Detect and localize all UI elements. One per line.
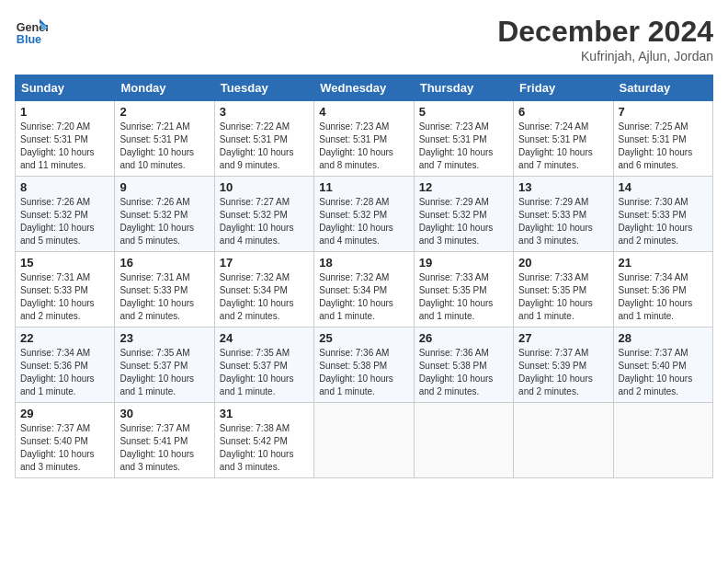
day-number: 2 [119,105,209,119]
calendar-cell: 18Sunrise: 7:32 AMSunset: 5:34 PMDayligh… [314,252,414,327]
calendar-cell: 2Sunrise: 7:21 AMSunset: 5:31 PMDaylight… [115,101,214,177]
weekday-header-friday: Friday [514,75,613,101]
day-info: Sunrise: 7:22 AMSunset: 5:31 PMDaylight:… [220,121,309,172]
day-number: 10 [220,180,309,194]
day-number: 7 [619,105,708,119]
calendar-cell: 19Sunrise: 7:33 AMSunset: 5:35 PMDayligh… [414,252,513,327]
day-number: 13 [518,180,608,194]
day-number: 11 [319,180,408,194]
day-number: 18 [319,256,408,270]
calendar-cell: 23Sunrise: 7:35 AMSunset: 5:37 PMDayligh… [115,327,214,403]
day-number: 19 [419,256,508,270]
day-number: 24 [220,331,309,345]
day-info: Sunrise: 7:37 AMSunset: 5:40 PMDaylight:… [619,347,708,398]
calendar-cell: 26Sunrise: 7:36 AMSunset: 5:38 PMDayligh… [414,327,513,403]
day-info: Sunrise: 7:34 AMSunset: 5:36 PMDaylight:… [20,347,109,398]
day-number: 5 [419,105,508,119]
calendar-cell: 30Sunrise: 7:37 AMSunset: 5:41 PMDayligh… [115,403,214,478]
calendar-cell: 14Sunrise: 7:30 AMSunset: 5:33 PMDayligh… [613,177,712,252]
calendar-cell [414,403,513,478]
calendar-cell: 3Sunrise: 7:22 AMSunset: 5:31 PMDaylight… [214,101,313,177]
title-block: December 2024 Kufrinjah, Ajlun, Jordan [497,15,713,63]
day-number: 4 [319,105,408,119]
calendar-cell: 31Sunrise: 7:38 AMSunset: 5:42 PMDayligh… [214,403,313,478]
day-info: Sunrise: 7:31 AMSunset: 5:33 PMDaylight:… [119,271,209,323]
calendar-cell: 11Sunrise: 7:28 AMSunset: 5:32 PMDayligh… [314,177,414,252]
weekday-header-tuesday: Tuesday [214,75,313,101]
day-number: 3 [220,105,309,119]
calendar-cell: 10Sunrise: 7:27 AMSunset: 5:32 PMDayligh… [214,177,313,252]
day-number: 27 [518,331,608,345]
day-info: Sunrise: 7:26 AMSunset: 5:32 PMDaylight:… [119,196,209,247]
calendar-table: SundayMondayTuesdayWednesdayThursdayFrid… [15,75,713,478]
page-header: General Blue December 2024 Kufrinjah, Aj… [15,15,713,63]
day-info: Sunrise: 7:23 AMSunset: 5:31 PMDaylight:… [419,121,508,172]
calendar-cell: 12Sunrise: 7:29 AMSunset: 5:32 PMDayligh… [414,177,513,252]
day-number: 26 [419,331,508,345]
day-info: Sunrise: 7:37 AMSunset: 5:41 PMDaylight:… [119,422,209,474]
calendar-cell: 6Sunrise: 7:24 AMSunset: 5:31 PMDaylight… [514,101,613,177]
day-info: Sunrise: 7:32 AMSunset: 5:34 PMDaylight:… [319,271,408,323]
day-number: 23 [119,331,209,345]
calendar-cell: 15Sunrise: 7:31 AMSunset: 5:33 PMDayligh… [16,252,115,327]
logo: General Blue [15,15,51,48]
calendar-cell: 8Sunrise: 7:26 AMSunset: 5:32 PMDaylight… [16,177,115,252]
svg-text:Blue: Blue [17,33,41,46]
month-title: December 2024 [497,15,713,49]
day-number: 6 [518,105,608,119]
calendar-cell: 1Sunrise: 7:20 AMSunset: 5:31 PMDaylight… [16,101,115,177]
day-info: Sunrise: 7:38 AMSunset: 5:42 PMDaylight:… [220,422,309,474]
day-info: Sunrise: 7:34 AMSunset: 5:36 PMDaylight:… [619,271,708,323]
day-info: Sunrise: 7:33 AMSunset: 5:35 PMDaylight:… [419,271,508,323]
calendar-cell: 21Sunrise: 7:34 AMSunset: 5:36 PMDayligh… [613,252,712,327]
day-info: Sunrise: 7:20 AMSunset: 5:31 PMDaylight:… [20,121,109,172]
calendar-cell: 22Sunrise: 7:34 AMSunset: 5:36 PMDayligh… [16,327,115,403]
day-info: Sunrise: 7:29 AMSunset: 5:33 PMDaylight:… [518,196,608,247]
day-info: Sunrise: 7:35 AMSunset: 5:37 PMDaylight:… [220,347,309,398]
calendar-cell [514,403,613,478]
day-number: 16 [119,256,209,270]
calendar-cell [314,403,414,478]
day-info: Sunrise: 7:25 AMSunset: 5:31 PMDaylight:… [619,121,708,172]
day-info: Sunrise: 7:29 AMSunset: 5:32 PMDaylight:… [419,196,508,247]
day-number: 17 [220,256,309,270]
weekday-header-thursday: Thursday [414,75,513,101]
day-info: Sunrise: 7:28 AMSunset: 5:32 PMDaylight:… [319,196,408,247]
logo-icon: General Blue [15,15,48,48]
calendar-cell: 13Sunrise: 7:29 AMSunset: 5:33 PMDayligh… [514,177,613,252]
calendar-cell: 24Sunrise: 7:35 AMSunset: 5:37 PMDayligh… [214,327,313,403]
day-info: Sunrise: 7:33 AMSunset: 5:35 PMDaylight:… [518,271,608,323]
weekday-header-monday: Monday [115,75,214,101]
day-info: Sunrise: 7:26 AMSunset: 5:32 PMDaylight:… [20,196,109,247]
calendar-cell: 28Sunrise: 7:37 AMSunset: 5:40 PMDayligh… [613,327,712,403]
day-info: Sunrise: 7:37 AMSunset: 5:39 PMDaylight:… [518,347,608,398]
day-info: Sunrise: 7:31 AMSunset: 5:33 PMDaylight:… [20,271,109,323]
calendar-cell: 17Sunrise: 7:32 AMSunset: 5:34 PMDayligh… [214,252,313,327]
location: Kufrinjah, Ajlun, Jordan [497,49,713,63]
calendar-cell: 29Sunrise: 7:37 AMSunset: 5:40 PMDayligh… [16,403,115,478]
day-info: Sunrise: 7:23 AMSunset: 5:31 PMDaylight:… [319,121,408,172]
calendar-cell [613,403,712,478]
calendar-cell: 16Sunrise: 7:31 AMSunset: 5:33 PMDayligh… [115,252,214,327]
day-number: 8 [20,180,109,194]
day-info: Sunrise: 7:24 AMSunset: 5:31 PMDaylight:… [518,121,608,172]
calendar-cell: 5Sunrise: 7:23 AMSunset: 5:31 PMDaylight… [414,101,513,177]
day-info: Sunrise: 7:36 AMSunset: 5:38 PMDaylight:… [319,347,408,398]
day-info: Sunrise: 7:32 AMSunset: 5:34 PMDaylight:… [220,271,309,323]
day-info: Sunrise: 7:30 AMSunset: 5:33 PMDaylight:… [619,196,708,247]
day-info: Sunrise: 7:35 AMSunset: 5:37 PMDaylight:… [119,347,209,398]
day-info: Sunrise: 7:37 AMSunset: 5:40 PMDaylight:… [20,422,109,474]
calendar-cell: 27Sunrise: 7:37 AMSunset: 5:39 PMDayligh… [514,327,613,403]
calendar-cell: 9Sunrise: 7:26 AMSunset: 5:32 PMDaylight… [115,177,214,252]
day-number: 31 [220,407,309,420]
day-info: Sunrise: 7:27 AMSunset: 5:32 PMDaylight:… [220,196,309,247]
day-number: 28 [619,331,708,345]
weekday-header-saturday: Saturday [613,75,712,101]
day-number: 25 [319,331,408,345]
day-number: 20 [518,256,608,270]
day-number: 9 [119,180,209,194]
weekday-header-wednesday: Wednesday [314,75,414,101]
day-info: Sunrise: 7:36 AMSunset: 5:38 PMDaylight:… [419,347,508,398]
day-number: 21 [619,256,708,270]
weekday-header-sunday: Sunday [16,75,115,101]
